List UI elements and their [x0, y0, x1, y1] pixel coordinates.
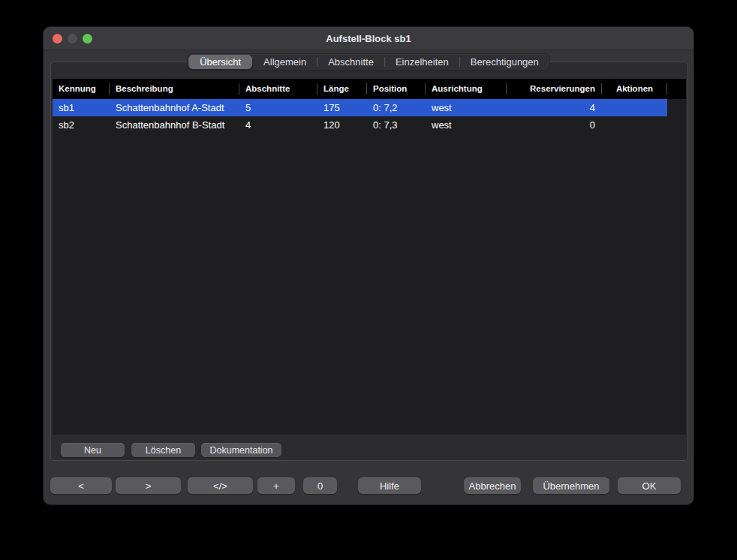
table-row-sb2[interactable]: sb2 Schattenbahnhof B-Stadt 4 120 0: 7,3…: [53, 116, 686, 134]
cell-aktionen: [602, 116, 667, 134]
cell-beschreibung: Schattenbahnhof A-Stadt: [110, 99, 239, 116]
neu-button[interactable]: Neu: [61, 443, 125, 457]
window-title: Aufstell-Block sb1: [44, 27, 693, 50]
footer-button-bar: < > </> + 0 Hilfe Abbrechen Übernehmen O…: [44, 477, 693, 494]
tab-einzelheiten[interactable]: Einzelheiten: [385, 54, 459, 70]
cell-reservierungen: 0: [507, 116, 602, 134]
cell-aktionen: [602, 99, 667, 116]
plus-button[interactable]: +: [257, 477, 295, 494]
blocks-table: Kennung Beschreibung Abschnitte Länge Po…: [53, 79, 686, 435]
column-header-position[interactable]: Position: [367, 79, 426, 99]
table-row-sb1[interactable]: sb1 Schattenbahnhof A-Stadt 5 175 0: 7,2…: [53, 99, 686, 116]
column-header-laenge[interactable]: Länge: [317, 79, 367, 99]
cell-beschreibung: Schattenbahnhof B-Stadt: [110, 116, 239, 134]
cell-abschnitte: 5: [239, 99, 317, 116]
cell-position: 0: 7,3: [367, 116, 426, 134]
cell-kennung: sb1: [53, 99, 110, 116]
uebernehmen-button[interactable]: Übernehmen: [533, 477, 609, 494]
column-header-spacer: [667, 79, 686, 99]
cell-ausrichtung: west: [426, 116, 507, 134]
tab-bar: Übersicht Allgemein Abschnitte Einzelhei…: [187, 53, 550, 71]
cell-position: 0: 7,2: [367, 99, 426, 116]
table-header-row: Kennung Beschreibung Abschnitte Länge Po…: [53, 79, 686, 99]
cell-abschnitte: 4: [239, 116, 317, 134]
loeschen-button[interactable]: Löschen: [131, 443, 195, 457]
column-header-beschreibung[interactable]: Beschreibung: [110, 79, 239, 99]
cell-kennung: sb2: [53, 116, 110, 134]
column-header-kennung[interactable]: Kennung: [53, 79, 110, 99]
tab-berechtigungen[interactable]: Berechtigungen: [460, 54, 549, 70]
cell-ausrichtung: west: [426, 99, 507, 116]
column-header-ausrichtung[interactable]: Ausrichtung: [426, 79, 507, 99]
prev-button[interactable]: <: [50, 477, 112, 494]
dokumentation-button[interactable]: Dokumentation: [201, 443, 281, 457]
next-button[interactable]: >: [116, 477, 181, 494]
ok-button[interactable]: OK: [618, 477, 681, 494]
dialog-window: Aufstell-Block sb1 Übersicht Allgemein A…: [43, 26, 694, 505]
abbrechen-button[interactable]: Abbrechen: [464, 477, 521, 494]
cell-laenge: 175: [317, 99, 367, 116]
column-header-abschnitte[interactable]: Abschnitte: [239, 79, 317, 99]
tab-uebersicht[interactable]: Übersicht: [188, 55, 252, 69]
hilfe-button[interactable]: Hilfe: [358, 477, 421, 494]
code-view-button[interactable]: </>: [188, 477, 253, 494]
list-action-buttons: Neu Löschen Dokumentation: [61, 443, 281, 457]
tab-allgemein[interactable]: Allgemein: [253, 54, 317, 70]
zero-button[interactable]: 0: [303, 477, 337, 494]
tab-content-box: Kennung Beschreibung Abschnitte Länge Po…: [50, 62, 688, 461]
column-header-aktionen[interactable]: Aktionen: [602, 79, 667, 99]
cell-reservierungen: 4: [507, 99, 602, 116]
cell-spacer: [667, 99, 686, 116]
cell-spacer: [667, 116, 686, 134]
column-header-reservierungen[interactable]: Reservierungen: [507, 79, 602, 99]
title-bar: Aufstell-Block sb1: [44, 27, 693, 50]
tab-abschnitte[interactable]: Abschnitte: [317, 54, 384, 70]
cell-laenge: 120: [317, 116, 367, 134]
